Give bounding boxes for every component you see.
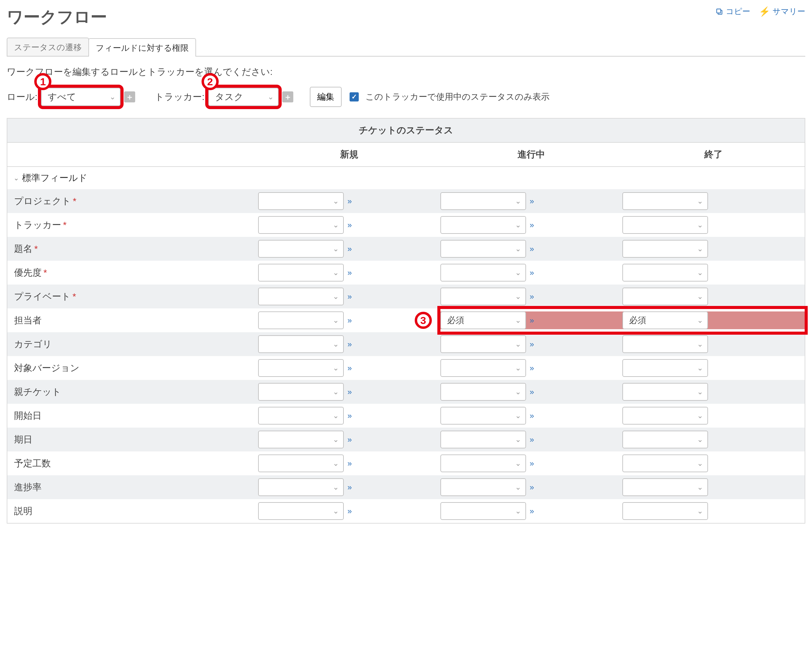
copy-right-icon[interactable]: »	[347, 483, 352, 492]
chevron-down-icon: ⌄	[333, 435, 339, 444]
required-star: *	[34, 244, 38, 254]
field-name: 説明	[7, 505, 258, 518]
chevron-down-icon: ⌄	[697, 340, 703, 348]
copy-right-icon[interactable]: »	[530, 363, 534, 373]
copy-right-icon[interactable]: »	[530, 411, 534, 420]
role-label: ロール:	[7, 91, 37, 103]
copy-right-icon[interactable]: »	[530, 483, 534, 492]
permission-select[interactable]: ⌄	[622, 383, 708, 401]
copy-right-icon[interactable]: »	[347, 316, 352, 325]
copy-right-icon[interactable]: »	[530, 506, 534, 516]
copy-right-icon[interactable]: »	[530, 459, 534, 468]
section-label: 標準フィールド	[22, 172, 88, 184]
permission-select[interactable]: 必須⌄	[440, 312, 526, 329]
permission-select[interactable]: ⌄	[258, 312, 344, 329]
permission-select[interactable]: ⌄	[258, 335, 344, 353]
copy-link[interactable]: コピー	[715, 6, 750, 17]
edit-button[interactable]: 編集	[310, 87, 342, 107]
tracker-select[interactable]: タスク ⌄	[208, 88, 279, 106]
copy-right-icon[interactable]: »	[347, 340, 352, 349]
permission-cell: 必須⌄»	[440, 312, 623, 329]
permission-select[interactable]: ⌄	[622, 359, 708, 377]
permission-select[interactable]: ⌄	[258, 288, 344, 305]
role-select[interactable]: すべて ⌄	[41, 88, 121, 106]
copy-right-icon[interactable]: »	[347, 387, 352, 397]
field-name: 進捗率	[7, 481, 258, 494]
permission-select[interactable]: ⌄	[258, 455, 344, 472]
permission-select[interactable]: ⌄	[440, 288, 526, 305]
permission-select[interactable]: ⌄	[258, 359, 344, 377]
chevron-down-icon: ⌄	[697, 387, 703, 396]
permission-select[interactable]: ⌄	[622, 478, 708, 496]
tab-status-transitions[interactable]: ステータスの遷移	[7, 38, 89, 56]
permission-select[interactable]: ⌄	[440, 192, 526, 210]
permission-select[interactable]: ⌄	[258, 407, 344, 425]
copy-right-icon[interactable]: »	[347, 268, 352, 277]
permission-select[interactable]: ⌄	[622, 240, 708, 258]
field-name: カテゴリ	[7, 338, 258, 351]
field-name: 対象バージョン	[7, 362, 258, 374]
permission-select[interactable]: ⌄	[258, 264, 344, 282]
permission-select[interactable]: ⌄	[440, 240, 526, 258]
copy-right-icon[interactable]: »	[530, 220, 534, 230]
copy-right-icon[interactable]: »	[347, 196, 352, 206]
permission-select[interactable]: ⌄	[440, 431, 526, 448]
copy-right-icon[interactable]: »	[530, 316, 534, 325]
permission-select[interactable]: ⌄	[440, 359, 526, 377]
copy-right-icon[interactable]: »	[530, 196, 534, 206]
chevron-down-icon: ⌄	[515, 292, 521, 301]
permission-select[interactable]: ⌄	[622, 216, 708, 234]
permission-cell: ⌄»	[258, 335, 440, 353]
permission-cell: ⌄	[622, 264, 805, 282]
only-used-checkbox[interactable]: ✓	[350, 92, 359, 102]
permission-cell: ⌄»	[258, 192, 440, 210]
chevron-down-icon: ⌄	[333, 221, 339, 229]
copy-right-icon[interactable]: »	[530, 340, 534, 349]
section-standard-fields[interactable]: ⌄ 標準フィールド	[7, 167, 805, 189]
copy-right-icon[interactable]: »	[530, 244, 534, 254]
summary-link[interactable]: ⚡ サマリー	[759, 6, 805, 17]
permission-select[interactable]: ⌄	[622, 335, 708, 353]
copy-right-icon[interactable]: »	[347, 411, 352, 420]
permission-select[interactable]: ⌄	[622, 431, 708, 448]
permission-select[interactable]: ⌄	[258, 478, 344, 496]
permission-select[interactable]: ⌄	[258, 192, 344, 210]
tracker-add-button[interactable]: ＋	[282, 91, 293, 102]
copy-right-icon[interactable]: »	[347, 435, 352, 444]
permission-select[interactable]: ⌄	[258, 431, 344, 448]
copy-right-icon[interactable]: »	[530, 268, 534, 277]
permission-select[interactable]: ⌄	[622, 502, 708, 520]
tab-field-permissions[interactable]: フィールドに対する権限	[88, 38, 196, 56]
permission-select[interactable]: ⌄	[622, 455, 708, 472]
permission-select[interactable]: ⌄	[440, 502, 526, 520]
permission-select[interactable]: ⌄	[258, 240, 344, 258]
permission-select[interactable]: ⌄	[440, 478, 526, 496]
permission-select[interactable]: ⌄	[622, 192, 708, 210]
permission-select[interactable]: ⌄	[258, 216, 344, 234]
permission-select[interactable]: ⌄	[440, 264, 526, 282]
table-row: プロジェクト*⌄»⌄»⌄	[7, 189, 805, 213]
permission-select[interactable]: ⌄	[622, 407, 708, 425]
copy-right-icon[interactable]: »	[530, 292, 534, 302]
permission-select[interactable]: ⌄	[622, 264, 708, 282]
copy-right-icon[interactable]: »	[530, 435, 534, 444]
role-add-button[interactable]: ＋	[124, 91, 135, 102]
permission-cell: ⌄»	[440, 502, 623, 520]
permission-select[interactable]: 必須⌄	[622, 312, 708, 329]
permission-select[interactable]: ⌄	[622, 288, 708, 305]
permission-select[interactable]: ⌄	[440, 455, 526, 472]
permission-select[interactable]: ⌄	[440, 407, 526, 425]
copy-right-icon[interactable]: »	[347, 363, 352, 373]
copy-right-icon[interactable]: »	[347, 292, 352, 302]
callout-1: 1	[34, 73, 51, 90]
copy-right-icon[interactable]: »	[347, 459, 352, 468]
permission-select[interactable]: ⌄	[440, 335, 526, 353]
copy-right-icon[interactable]: »	[530, 387, 534, 397]
permission-select[interactable]: ⌄	[440, 216, 526, 234]
permission-select[interactable]: ⌄	[258, 383, 344, 401]
copy-right-icon[interactable]: »	[347, 244, 352, 254]
copy-right-icon[interactable]: »	[347, 220, 352, 230]
copy-right-icon[interactable]: »	[347, 506, 352, 516]
permission-select[interactable]: ⌄	[440, 383, 526, 401]
permission-select[interactable]: ⌄	[258, 502, 344, 520]
